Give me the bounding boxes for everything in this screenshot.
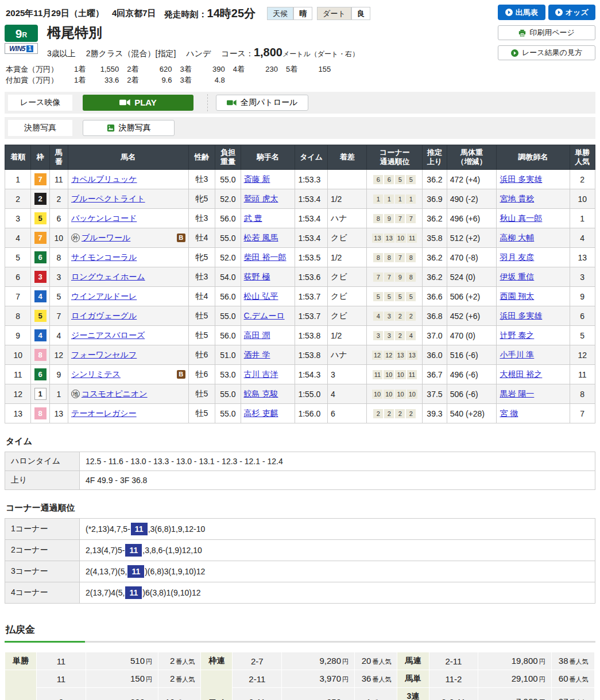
entries-button[interactable]: 出馬表 <box>498 5 545 20</box>
rank-cell: 3 <box>5 209 31 228</box>
jockey-cell: 古川 吉洋 <box>241 365 295 384</box>
trainer-link[interactable]: 大根田 裕之 <box>500 370 542 379</box>
jockey-link[interactable]: 斎藤 新 <box>244 174 270 184</box>
print-button[interactable]: 印刷用ページ <box>498 25 595 40</box>
jockey-link[interactable]: 武 豊 <box>244 213 262 223</box>
horse-name-link[interactable]: コスモオピニオン <box>82 389 148 398</box>
winner-highlight: 11 <box>125 586 142 599</box>
jockey-link[interactable]: 鮫島 克駿 <box>244 389 278 398</box>
corner-pos-box: 5 <box>406 292 416 301</box>
last3f-cell: 36.6 <box>423 287 447 306</box>
time-cell: 1:53.4 <box>295 189 327 209</box>
horse-name-link[interactable]: ロングウェイホーム <box>71 272 145 281</box>
horse-name-link[interactable]: ブルーワール <box>82 233 130 242</box>
trainer-link[interactable]: 宮 徹 <box>500 409 518 418</box>
patrol-video-button[interactable]: 全周パトロール <box>216 95 308 111</box>
last3f-cell: 36.0 <box>423 345 447 365</box>
corner-pos-box: 7 <box>395 214 405 223</box>
jockey-link[interactable]: 松若 風馬 <box>244 233 278 242</box>
horse-name-cell: バッケンレコード <box>68 209 188 228</box>
trainer-link[interactable]: 宮地 貴稔 <box>500 194 534 203</box>
time-cell: 1:53.8 <box>295 345 327 365</box>
start-time-value: 14時25分 <box>207 7 256 20</box>
result-row: 8 5 7 ロイガヴェーグル 牡5 55.0 C.デムーロ 1:53.7 クビ … <box>5 306 595 326</box>
time-cell: 1:53.3 <box>295 170 327 189</box>
amount-cell: 150円 <box>86 670 158 688</box>
horse-name-link[interactable]: シンリミテス <box>71 370 121 379</box>
jockey-link[interactable]: 松山 弘平 <box>244 291 278 301</box>
trainer-link[interactable]: 小手川 準 <box>500 350 534 359</box>
horse-name-link[interactable]: ブルーペクトライト <box>71 194 145 203</box>
corner-order-cell: 7798 <box>367 267 423 287</box>
margin-cell: クビ <box>327 267 367 287</box>
trainer-link[interactable]: 黒岩 陽一 <box>500 389 534 398</box>
corner-pos-box: 5 <box>373 292 383 301</box>
jockey-link[interactable]: 古川 吉洋 <box>244 370 278 379</box>
result-guide-button[interactable]: レース結果の見方 <box>498 45 595 60</box>
jockey-link[interactable]: C.デムーロ <box>244 311 285 320</box>
winner-highlight: 11 <box>125 544 142 557</box>
popularity-cell: 13 <box>570 248 595 267</box>
odds-button[interactable]: オッズ <box>548 5 596 20</box>
jockey-link[interactable]: 高田 潤 <box>244 330 270 340</box>
trainer-cell: 宮地 貴稔 <box>497 189 570 209</box>
jockey-link[interactable]: 酒井 学 <box>244 350 270 359</box>
time-cell: 1:53.6 <box>295 267 327 287</box>
jockey-link[interactable]: 柴田 裕一郎 <box>244 252 287 262</box>
jockey-cell: 柴田 裕一郎 <box>241 248 295 267</box>
horse-name-link[interactable]: ジーニアスバローズ <box>71 330 145 340</box>
corner-order-cell: 12121313 <box>367 345 423 365</box>
amount-cell: 9,280円 <box>282 652 355 670</box>
frame-badge: 2 <box>34 193 47 205</box>
margin-cell: ハナ <box>327 345 367 365</box>
body-weight-cell: 506 (+2) <box>447 287 497 306</box>
jockey-link[interactable]: 高杉 吏麒 <box>244 409 278 418</box>
combination-cell: 11 <box>37 652 86 670</box>
corner-pos-box: 4 <box>406 331 416 340</box>
horse-name-link[interactable]: バッケンレコード <box>71 213 137 223</box>
trainer-link[interactable]: 浜田 多実雄 <box>500 311 542 320</box>
corner-row: 1コーナー (*2,13)4,7,5-11,3(6,8)1,9,12-10 <box>5 519 595 540</box>
trainer-link[interactable]: 西園 翔太 <box>500 291 534 301</box>
horse-name-link[interactable]: フォーワンセルフ <box>71 350 137 359</box>
frame-cell: 5 <box>31 209 49 228</box>
horse-name-link[interactable]: カペルブリュッケ <box>71 174 137 184</box>
jockey-link[interactable]: 荻野 極 <box>244 272 270 281</box>
frame-cell: 6 <box>31 365 49 384</box>
trainer-link[interactable]: 秋山 真一郎 <box>500 213 542 223</box>
corner-order-cell: 4322 <box>367 306 423 326</box>
horse-name-link[interactable]: サイモンコーラル <box>71 252 137 262</box>
trainer-link[interactable]: 辻野 泰之 <box>500 330 534 340</box>
body-weight-cell: 470 (0) <box>447 326 497 345</box>
margin-cell: 1/2 <box>327 189 367 209</box>
corner-pos-box: 2 <box>406 312 416 321</box>
finish-photo-button[interactable]: 決勝写真 <box>83 120 175 136</box>
rank-cell: 1 <box>5 170 31 189</box>
horse-name-link[interactable]: ロイガヴェーグル <box>71 311 137 320</box>
body-weight-cell: 470 (-8) <box>447 248 497 267</box>
frame-badge: 3 <box>34 271 47 283</box>
horse-name-cell: ジーニアスバローズ <box>68 326 188 345</box>
trainer-link[interactable]: 羽月 友彦 <box>500 252 534 262</box>
carried-weight-cell: 56.0 <box>215 209 241 228</box>
horse-name-link[interactable]: テーオーレガシー <box>71 409 137 418</box>
payout-table: 単勝11510円2番人気枠連2-79,280円20番人気馬連2-1119,800… <box>5 652 595 700</box>
combination-cell: 2-7 <box>233 652 282 670</box>
corner-pos-box: 3 <box>384 312 394 321</box>
play-button[interactable]: PLAY <box>83 95 193 111</box>
trainer-link[interactable]: 浜田 多実雄 <box>500 174 542 184</box>
winner-highlight: 11 <box>127 565 144 578</box>
trainer-cell: 浜田 多実雄 <box>497 170 570 189</box>
trainer-cell: 黒岩 陽一 <box>497 384 570 404</box>
corner-pos-box: 10 <box>384 370 394 379</box>
combination-cell: 2-11 <box>429 652 478 670</box>
corner-section-title: コーナー通過順位 <box>6 503 595 514</box>
last3f-cell: 35.8 <box>423 228 447 248</box>
sex-age-cell: 牡5 <box>188 306 215 326</box>
jockey-link[interactable]: 鷲頭 虎太 <box>244 194 278 203</box>
trainer-link[interactable]: 高柳 大輔 <box>500 233 534 242</box>
horse-name-link[interactable]: ウインアルドーレ <box>71 291 137 301</box>
trainer-link[interactable]: 伊坂 重信 <box>500 272 534 281</box>
payout-popularity-cell: 36番人気 <box>355 670 397 688</box>
payout-popularity-cell: 10番人気 <box>158 688 201 700</box>
